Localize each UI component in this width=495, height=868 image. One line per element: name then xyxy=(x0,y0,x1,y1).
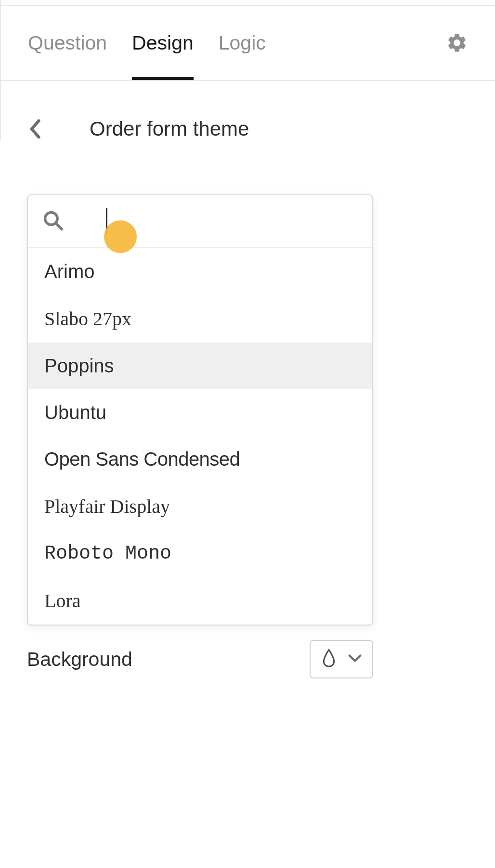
svg-line-1 xyxy=(56,223,62,230)
font-list: ArimoSlabo 27pxPoppinsUbuntuOpen Sans Co… xyxy=(28,248,372,625)
font-option-poppins[interactable]: Poppins xyxy=(28,343,372,389)
background-selector[interactable] xyxy=(310,640,373,678)
gear-icon[interactable] xyxy=(446,32,468,54)
top-border xyxy=(1,0,495,6)
drop-icon xyxy=(321,649,337,670)
chevron-down-icon xyxy=(348,654,362,664)
font-option-playfair-display[interactable]: Playfair Display xyxy=(28,483,372,530)
cursor-highlight-icon xyxy=(104,220,137,253)
background-row: Background xyxy=(27,640,373,678)
font-option-lora[interactable]: Lora xyxy=(28,577,372,625)
font-option-ubuntu[interactable]: Ubuntu xyxy=(28,389,372,436)
font-dropdown-panel: ArimoSlabo 27pxPoppinsUbuntuOpen Sans Co… xyxy=(27,194,373,625)
tab-logic[interactable]: Logic xyxy=(219,6,266,80)
font-option-arimo[interactable]: Arimo xyxy=(28,248,372,295)
background-label: Background xyxy=(27,648,132,671)
tabs-row: Question Design Logic xyxy=(1,6,495,81)
search-icon xyxy=(42,210,64,233)
page-title: Order form theme xyxy=(90,117,249,140)
tab-question[interactable]: Question xyxy=(28,6,107,80)
search-row xyxy=(28,195,372,248)
font-option-open-sans-condensed[interactable]: Open Sans Condensed xyxy=(28,436,372,483)
font-option-roboto-mono[interactable]: Roboto Mono xyxy=(28,530,372,577)
back-chevron-icon[interactable] xyxy=(28,119,41,139)
tab-design[interactable]: Design xyxy=(132,6,194,80)
font-option-slabo-27px[interactable]: Slabo 27px xyxy=(28,295,372,343)
theme-header: Order form theme xyxy=(1,81,495,140)
